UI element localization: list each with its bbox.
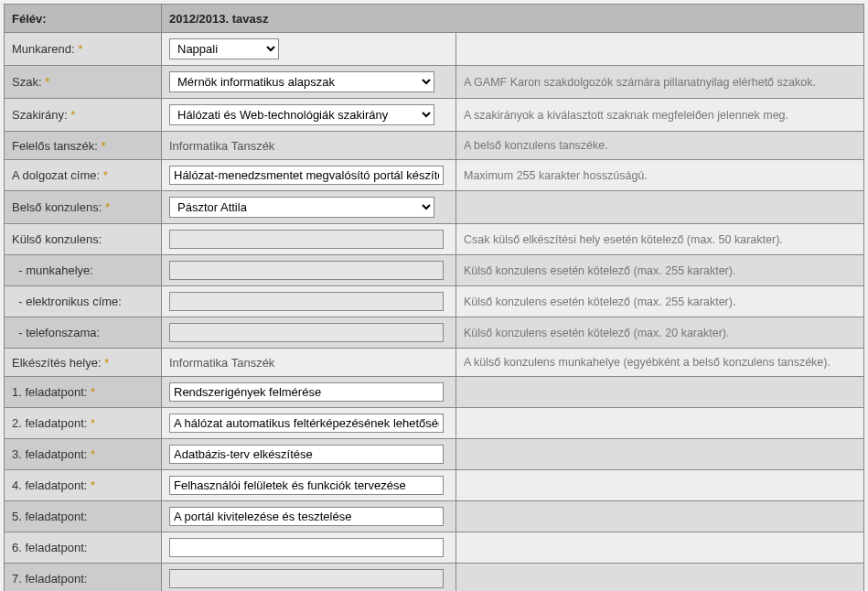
hint-kulso-tel: Külső konzulens esetén kötelező (max. 20… [456,317,864,349]
label-hely: Elkészítés helye: [12,356,104,370]
tanszek-value: Informatika Tanszék [169,139,274,153]
f1-input[interactable] [169,382,444,402]
kulso-tel-input[interactable] [169,323,444,342]
req-marker: * [104,356,109,370]
label-kulso-email: - elektronikus címe: [12,295,122,308]
f3-input[interactable] [169,445,444,464]
f6-input[interactable] [169,538,444,557]
req-marker: * [103,168,108,182]
label-f6: 6. feladatpont: [12,541,87,554]
kulso-email-input[interactable] [169,292,444,311]
f7-input[interactable] [169,569,444,588]
cim-input[interactable] [169,166,444,185]
szak-select[interactable]: Mérnök informatikus alapszak [169,71,434,92]
f4-input[interactable] [169,476,444,495]
hely-value: Informatika Tanszék [169,356,274,370]
hint-belso [456,191,864,224]
req-marker: * [105,200,110,214]
label-kulso-munka: - munkahelye: [12,263,93,277]
hint-tanszek: A belső konzulens tanszéke. [456,132,864,160]
hint-munkarend [456,33,864,66]
f2-input[interactable] [169,414,444,433]
hint-szak: A GAMF Karon szakdolgozók számára pillan… [456,66,864,99]
hint-f2 [456,408,864,439]
req-marker: * [70,108,75,122]
belso-select[interactable]: Pásztor Attila [169,197,434,218]
hint-kulso: Csak külső elkészítési hely esetén kötel… [456,224,864,255]
hint-f7 [456,564,864,592]
req-marker: * [102,139,106,153]
szakirany-select[interactable]: Hálózati és Web-technológiák szakirány [169,104,434,125]
label-f5: 5. feladatpont: [12,510,87,523]
label-f4: 4. feladatpont: [12,478,91,492]
hint-f3 [456,439,864,470]
hint-hely: A külső konzulens munkahelye (egyébként … [456,349,864,377]
label-belso: Belső konzulens: [12,200,105,214]
kulso-input[interactable] [169,230,444,249]
thesis-form-table: Félév: 2012/2013. tavasz Munkarend: * Na… [4,4,864,591]
label-tanszek: Felelős tanszék: [12,139,102,153]
hint-kulso-email: Külső konzulens esetén kötelező (max. 25… [456,286,864,317]
hint-f5 [456,501,864,532]
hint-f4 [456,470,864,501]
label-cim: A dolgozat címe: [12,168,103,182]
f5-input[interactable] [169,507,444,526]
req-marker: * [91,478,95,492]
hint-f1 [456,377,864,408]
hint-szakirany: A szakirányok a kiválasztott szaknak meg… [456,99,864,132]
req-marker: * [91,385,95,399]
label-kulso-tel: - telefonszama: [12,326,100,339]
label-szak: Szak: [12,75,45,89]
kulso-munka-input[interactable] [169,261,444,280]
munkarend-select[interactable]: Nappali [169,38,279,59]
label-kulso: Külső konzulens: [12,232,102,246]
label-munkarend: Munkarend: [12,42,78,56]
hint-kulso-munka: Külső konzulens esetén kötelező (max. 25… [456,255,864,286]
label-f1: 1. feladatpont: [12,385,91,399]
label-f7: 7. feladatpont: [12,572,87,586]
label-f3: 3. feladatpont: [12,447,91,461]
req-marker: * [91,447,95,461]
label-f2: 2. feladatpont: [12,416,91,430]
semester-label: Félév: [5,5,162,33]
req-marker: * [45,75,49,89]
req-marker: * [78,42,82,56]
semester-value: 2012/2013. tavasz [162,5,864,33]
hint-cim: Maximum 255 karakter hosszúságú. [456,160,864,191]
req-marker: * [91,416,95,430]
hint-f6 [456,532,864,564]
label-szakirany: Szakirány: [12,108,70,122]
